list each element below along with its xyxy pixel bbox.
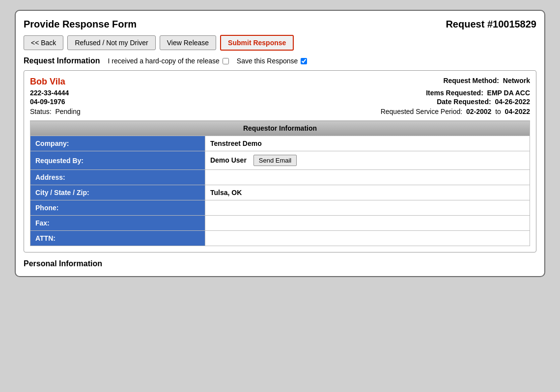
company-label: Company:: [30, 136, 205, 151]
city-state-zip-value: Tulsa, OK: [205, 185, 530, 200]
date-requested-label: Date Requested:: [437, 98, 491, 106]
view-release-button[interactable]: View Release: [160, 35, 216, 50]
fax-row: Fax:: [30, 216, 530, 231]
personal-info-title: Personal Information: [24, 259, 536, 268]
attn-label: ATTN:: [30, 231, 205, 246]
info-card-top: Bob Vila Request Method: Network: [30, 77, 530, 87]
hard-copy-text: I received a hard-copy of the release: [108, 57, 220, 65]
company-value-text: Tenstreet Demo: [210, 140, 262, 147]
requestor-table-header: Requestor Information: [30, 121, 530, 136]
service-period: Requested Service Period: 02-2002 to 04-…: [381, 108, 530, 115]
company-row: Company: Tenstreet Demo: [30, 136, 530, 151]
dob-row: 04-09-1976 Date Requested: 04-26-2022: [30, 98, 530, 106]
save-response-checkbox[interactable]: [301, 58, 307, 64]
main-container: Provide Response Form Request #10015829 …: [15, 10, 545, 277]
request-info-title: Request Information: [24, 56, 100, 65]
hard-copy-label[interactable]: I received a hard-copy of the release: [108, 57, 229, 65]
request-method-value: Network: [503, 77, 530, 84]
phone-value: [205, 200, 530, 216]
save-response-text: Save this Response: [237, 57, 298, 65]
status-label: Status:: [30, 108, 52, 115]
send-email-button[interactable]: Send Email: [253, 155, 297, 166]
status-value: Pending: [55, 108, 80, 115]
fax-label: Fax:: [30, 216, 205, 231]
form-title: Provide Response Form: [24, 19, 137, 30]
refused-button[interactable]: Refused / Not my Driver: [67, 35, 155, 50]
status: Status: Pending: [30, 108, 81, 115]
back-button[interactable]: << Back: [24, 35, 63, 50]
items-requested: Items Requested: EMP DA ACC: [426, 89, 530, 97]
service-period-label: Requested Service Period:: [381, 108, 463, 115]
city-state-zip-label: City / State / Zip:: [30, 185, 205, 200]
city-state-zip-row: City / State / Zip: Tulsa, OK: [30, 185, 530, 200]
requested-by-value: Demo User Send Email: [205, 151, 530, 170]
items-requested-value: EMP DA ACC: [487, 89, 530, 97]
request-number: Request #10015829: [446, 19, 536, 30]
company-value: Tenstreet Demo: [205, 136, 530, 151]
city-state-zip-value-text: Tulsa, OK: [210, 189, 242, 196]
requested-by-row: Requested By: Demo User Send Email: [30, 151, 530, 170]
status-row: Status: Pending Requested Service Period…: [30, 108, 530, 115]
phone-row: Phone:: [30, 200, 530, 216]
service-period-from: 02-2002: [466, 108, 491, 115]
phone-label: Phone:: [30, 200, 205, 216]
service-period-to: 04-2022: [505, 108, 530, 115]
requested-by-label: Requested By:: [30, 151, 205, 170]
ssn-value: 222-33-4444: [30, 89, 69, 97]
address-row: Address:: [30, 170, 530, 185]
request-method: Request Method: Network: [443, 77, 530, 87]
address-value: [205, 170, 530, 185]
address-label: Address:: [30, 170, 205, 185]
date-requested-value: 04-26-2022: [495, 98, 530, 106]
requestor-table: Requestor Information Company: Tenstreet…: [30, 120, 530, 246]
attn-row: ATTN:: [30, 231, 530, 246]
ssn-row: 222-33-4444 Items Requested: EMP DA ACC: [30, 89, 530, 97]
requested-by-value-text: Demo User: [210, 156, 247, 164]
top-bar: Provide Response Form Request #10015829: [24, 19, 536, 30]
save-response-label[interactable]: Save this Response: [237, 57, 308, 65]
request-info-header-row: Request Information I received a hard-co…: [24, 56, 536, 65]
attn-value: [205, 231, 530, 246]
submit-response-button[interactable]: Submit Response: [220, 35, 294, 51]
hard-copy-checkbox[interactable]: [223, 58, 229, 64]
date-requested: Date Requested: 04-26-2022: [437, 98, 530, 106]
info-card: Bob Vila Request Method: Network 222-33-…: [24, 70, 536, 252]
items-requested-label: Items Requested:: [426, 89, 483, 97]
fax-value: [205, 216, 530, 231]
driver-name: Bob Vila: [30, 77, 65, 87]
request-method-label: Request Method:: [443, 77, 499, 84]
dob-value: 04-09-1976: [30, 98, 65, 106]
button-row: << Back Refused / Not my Driver View Rel…: [24, 35, 536, 51]
